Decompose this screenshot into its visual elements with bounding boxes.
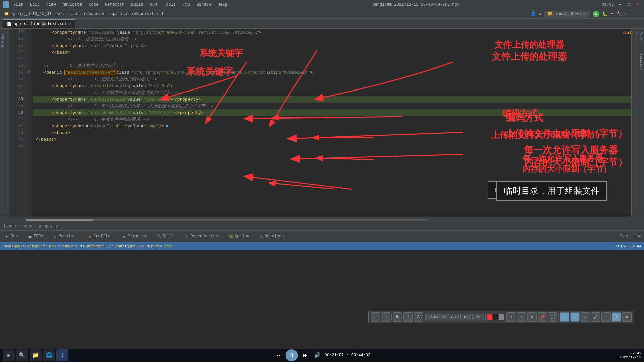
fold-33[interactable]: ○	[26, 129, 32, 136]
menu-refactor[interactable]: Refactor	[102, 2, 127, 8]
run-icon: ▶	[5, 234, 9, 239]
linenum-24: 24	[9, 69, 26, 76]
tomcat-selector[interactable]: 🐱 Tomcat 8.5.5 ▾	[544, 11, 590, 17]
toolbar-todo[interactable]: ☰ TODO	[25, 233, 45, 239]
media-next[interactable]: ⏭	[301, 351, 310, 360]
breadcrumb-main[interactable]: main	[69, 12, 78, 16]
menu-navigate[interactable]: Navigate	[60, 2, 85, 8]
float-color-red[interactable]	[487, 314, 492, 320]
profile-icon[interactable]: 👤	[530, 11, 536, 17]
scrollbar-track[interactable]	[26, 219, 429, 221]
dependencies-label: Dependencies	[190, 234, 219, 239]
float-color-black[interactable]	[493, 314, 498, 320]
breadcrumb-resources[interactable]: resources	[84, 12, 105, 16]
tab-label: applicationContext.xml	[14, 22, 67, 26]
float-fullscreen-btn[interactable]: ⛶	[548, 312, 557, 322]
fold-24[interactable]: ▼	[26, 69, 32, 76]
run-button[interactable]: ▶	[593, 11, 599, 17]
float-cursor-btn[interactable]: ⊹	[560, 312, 569, 322]
start-button[interactable]: ⊞	[3, 349, 15, 361]
code-line-32: <property name="uploadTempDir" value="te…	[33, 123, 631, 129]
float-pen-btn[interactable]: ✏	[581, 312, 590, 322]
media-pause[interactable]: ⏸	[286, 349, 298, 361]
breadcrumb-project[interactable]: spring_d113_10_01	[10, 12, 51, 16]
menu-edit[interactable]: Edit	[27, 2, 42, 8]
fold-21[interactable]: ○	[26, 49, 32, 56]
float-text-btn[interactable]: A	[414, 312, 423, 322]
close-btn[interactable]: ✕	[635, 2, 641, 7]
settings-icon[interactable]: ⚙	[625, 11, 627, 17]
taskbar-search[interactable]: 🔍	[16, 349, 28, 361]
spring-label: Spring	[235, 234, 249, 239]
float-font-selector[interactable]: Microsoft YaHei UI	[425, 314, 471, 320]
breadcrumb-status-sep2: ›	[34, 224, 37, 229]
toolbar-profiler[interactable]: ◉ Profiler	[85, 233, 115, 239]
build-icon[interactable]: 🔨	[616, 11, 622, 17]
linenum-31: 31	[9, 116, 26, 123]
breadcrumb-file[interactable]: applicationContext.xml	[110, 12, 163, 16]
code-content[interactable]: <property name="viewClass" value="org.sp…	[32, 29, 631, 217]
error-panel: ⚠2 ▲8 ∧ ∨	[631, 29, 638, 217]
float-back-btn[interactable]: ↩	[371, 312, 380, 322]
fold-34	[26, 136, 32, 143]
minimize-btn[interactable]: ─	[616, 2, 623, 7]
float-close-btn[interactable]: ✕	[527, 312, 537, 322]
toolbar-build[interactable]: 🔨 Build	[155, 233, 177, 239]
taskbar-explorer[interactable]: 📁	[30, 349, 42, 361]
maximize-btn[interactable]: □	[626, 2, 632, 7]
nav-back[interactable]: ◀	[539, 11, 541, 17]
scrollbar-thumb[interactable]	[26, 219, 93, 221]
menu-code[interactable]: Code	[86, 2, 101, 8]
event-log-btn[interactable]: Event Log	[620, 234, 641, 239]
code-line-25: <!-- 1、指定文件上传的编码格式-->	[33, 76, 631, 82]
coverage-icon[interactable]: ☂	[610, 11, 613, 17]
fold-30	[26, 109, 32, 116]
toolbar-services[interactable]: ⚙ Services	[257, 233, 286, 239]
toolbar-run[interactable]: ▶ Run	[3, 233, 20, 239]
terminal-icon: ▣	[122, 234, 127, 239]
tab-close-btn[interactable]: ✕	[69, 22, 71, 26]
tab-applicationcontext[interactable]: 📄 applicationContext.xml ✕	[3, 19, 75, 28]
menu-vcs[interactable]: VCS	[180, 2, 193, 8]
float-highlight-btn[interactable]: 🖊	[591, 312, 600, 322]
database-panel-label[interactable]: Database	[639, 51, 644, 72]
float-font-size[interactable]: 10	[472, 314, 484, 320]
fold-20	[26, 42, 32, 49]
float-arrow-btn[interactable]: ↗	[570, 312, 580, 322]
menu-tools[interactable]: Tools	[161, 2, 178, 8]
menu-window[interactable]: Window	[194, 2, 214, 8]
float-eraser-btn[interactable]: ⌫	[622, 312, 632, 322]
float-rect-btn[interactable]: □	[601, 312, 611, 322]
float-redo-btn[interactable]: ↷	[517, 312, 526, 322]
float-color-gray[interactable]	[499, 314, 504, 320]
project-icon: 📁	[4, 11, 9, 16]
float-undo-btn[interactable]: ↶	[506, 312, 516, 322]
code-line-30: <property name="maxInMemorySize" value="…	[33, 109, 631, 116]
media-prev[interactable]: ⏮	[274, 351, 283, 360]
code-line-21: </bean>	[33, 49, 631, 56]
toolbar-problems[interactable]: ⚠ Problems	[50, 233, 80, 239]
float-forward-btn[interactable]: ↪	[381, 312, 390, 322]
debug-icon[interactable]: 🐛	[602, 11, 608, 17]
float-text-insert-btn[interactable]: T	[612, 312, 621, 322]
framework-warning[interactable]: Frameworks detected: Web framework is de…	[3, 244, 173, 248]
float-italic-btn[interactable]: I	[403, 312, 413, 322]
breadcrumb-src[interactable]: src	[57, 12, 64, 16]
menu-help[interactable]: Help	[215, 2, 230, 8]
maven-panel-label[interactable]: Maven	[639, 29, 644, 44]
media-volume[interactable]: 🔊	[313, 351, 322, 360]
toolbar-terminal[interactable]: ▣ Terminal	[120, 233, 150, 239]
taskbar-chrome[interactable]: 🌐	[43, 349, 55, 361]
toolbar-spring[interactable]: 🌿 Spring	[227, 233, 251, 239]
menu-build[interactable]: Build	[128, 2, 146, 8]
h-scrollbar[interactable]	[0, 217, 644, 222]
menu-file[interactable]: File	[11, 2, 26, 8]
fold-gutter: ○ ▼ ○	[26, 29, 32, 217]
menu-run[interactable]: Run	[147, 2, 160, 8]
float-bold-btn[interactable]: B	[393, 312, 402, 322]
toolbar-dependencies[interactable]: ⧖ Dependencies	[182, 233, 221, 239]
float-pin-btn[interactable]: 📌	[538, 312, 547, 322]
project-panel-label[interactable]: Project	[0, 30, 5, 50]
menu-view[interactable]: View	[44, 2, 59, 8]
taskbar-intellij[interactable]: I	[56, 349, 68, 361]
